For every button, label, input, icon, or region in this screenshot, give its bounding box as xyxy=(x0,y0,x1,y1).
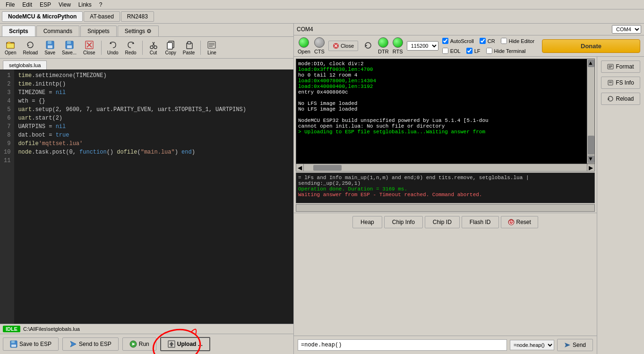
com-dropdown[interactable]: COM4 xyxy=(612,25,641,34)
terminal-scrollbar[interactable]: ▲ ▼ xyxy=(587,59,594,164)
file-tabs: setglobals.lua xyxy=(0,59,293,69)
scroll-right[interactable]: ▶ xyxy=(587,164,594,171)
send-esp-icon xyxy=(69,340,77,348)
upload-wrapper: Upload ... xyxy=(160,337,210,351)
cut-button[interactable]: Cut xyxy=(146,39,161,56)
scroll-left[interactable]: ◀ xyxy=(296,164,304,171)
open-control[interactable]: Open xyxy=(298,37,310,54)
tab-at-based[interactable]: AT-based xyxy=(84,11,120,22)
menu-file[interactable]: File xyxy=(2,0,18,9)
open-label: Open xyxy=(5,50,16,55)
status-path: C:\AllFiles\setglobals.lua xyxy=(23,326,80,332)
autoscroll-checkbox[interactable] xyxy=(442,38,448,44)
tab-settings[interactable]: Settings ⚙ xyxy=(118,26,159,36)
upper-terminal[interactable]: mode:DIO, clock div:2 load:0x3fff0030,le… xyxy=(296,59,587,164)
dtr-led xyxy=(378,37,388,48)
svg-rect-15 xyxy=(167,43,172,49)
send-button[interactable]: Send xyxy=(557,339,593,351)
tab-commands[interactable]: Commands xyxy=(36,26,79,36)
format-button[interactable]: Format xyxy=(601,60,640,73)
copy-button[interactable]: Copy xyxy=(163,39,178,56)
saveas-icon: ... xyxy=(64,40,75,50)
saveas-button[interactable]: ... Save... xyxy=(60,39,78,56)
cr-checkbox[interactable] xyxy=(480,38,486,44)
send-to-esp-button[interactable]: Send to ESP xyxy=(62,337,119,351)
close-label: Close xyxy=(83,50,95,55)
heap-button[interactable]: Heap xyxy=(352,216,382,228)
top-tabs-bar: NodeMCU & MicroPython AT-based RN2483 xyxy=(0,9,644,24)
terminal-area: mode:DIO, clock div:2 load:0x3fff0030,le… xyxy=(294,57,597,354)
menu-esp[interactable]: ESP xyxy=(36,0,55,9)
serial-toolbar: Open CTS Close DTR xyxy=(294,35,644,57)
menu-edit[interactable]: Edit xyxy=(18,0,36,9)
paste-button[interactable]: Paste xyxy=(181,39,197,56)
fs-info-button[interactable]: FS Info xyxy=(601,77,640,89)
lower-terminal[interactable]: = lFs and Info main_up(1,n,m) and end;0)… xyxy=(296,173,595,203)
h-scroll-track xyxy=(304,164,587,171)
chip-id-button[interactable]: Chip ID xyxy=(425,216,460,228)
eol-checkbox[interactable] xyxy=(442,48,448,54)
chip-info-button[interactable]: Chip Info xyxy=(384,216,423,228)
lower-scroll-track xyxy=(296,205,594,211)
status-badge: IDLE xyxy=(3,326,20,332)
redo-label: Redo xyxy=(125,50,137,55)
undo-label: Undo xyxy=(107,50,119,55)
donate-button[interactable]: Donate xyxy=(542,39,640,53)
chip-buttons: Heap Chip Info Chip ID Flash ID Reset xyxy=(294,213,597,231)
lf-checkbox[interactable] xyxy=(466,48,472,54)
toolbar-sep-1 xyxy=(101,41,102,55)
rts-led xyxy=(393,37,403,48)
menu-help[interactable]: ? xyxy=(95,0,106,9)
hide-editor-checkbox[interactable] xyxy=(501,38,507,44)
lower-hscrollbar xyxy=(296,204,595,212)
cts-control[interactable]: CTS xyxy=(314,37,325,54)
save-button[interactable]: Save xyxy=(43,39,57,56)
svg-rect-25 xyxy=(11,345,16,347)
run-icon xyxy=(129,340,137,348)
scroll-up[interactable]: ▲ xyxy=(588,60,594,67)
save-to-esp-button[interactable]: Save to ESP xyxy=(3,337,59,351)
tab-rn2483[interactable]: RN2483 xyxy=(121,11,154,22)
redo-button[interactable]: Redo xyxy=(123,39,138,56)
tab-nodemcu[interactable]: NodeMCU & MicroPython xyxy=(2,11,83,22)
left-panel: Scripts Commands Snippets Settings ⚙ Ope… xyxy=(0,24,294,354)
refresh-button[interactable] xyxy=(362,39,374,53)
run-button[interactable]: Run xyxy=(122,337,156,351)
menu-links[interactable]: Links xyxy=(75,0,95,9)
cr-label: CR xyxy=(488,38,495,44)
cmd-dropdown[interactable]: =node.heap() xyxy=(510,340,554,350)
rts-control[interactable]: RTS xyxy=(393,37,403,54)
line-button[interactable]: Line xyxy=(205,39,219,56)
baud-select[interactable]: 115200 9600 57600 xyxy=(407,41,438,51)
dtr-control[interactable]: DTR xyxy=(378,37,389,54)
tab-scripts[interactable]: Scripts xyxy=(2,26,35,36)
saveas-label: Save... xyxy=(62,50,77,55)
undo-button[interactable]: Undo xyxy=(105,39,120,56)
scroll-down[interactable]: ▼ xyxy=(588,155,594,163)
reset-button[interactable]: Reset xyxy=(501,216,538,228)
code-content[interactable]: time.settimezone(TIMEZONE) time.initntp(… xyxy=(14,69,293,324)
hide-terminal-checkbox[interactable] xyxy=(486,48,492,54)
lf-label: LF xyxy=(474,48,481,54)
flash-id-button[interactable]: Flash ID xyxy=(462,216,499,228)
reload-label: Reload xyxy=(23,50,38,55)
open-button[interactable]: Open xyxy=(3,39,18,56)
term-line-0: mode:DIO, clock div:2 xyxy=(298,61,585,67)
toolbar-sep-2 xyxy=(142,41,143,55)
line-label: Line xyxy=(207,50,216,55)
scroll-thumb[interactable] xyxy=(588,136,594,155)
reload-button[interactable]: Reload xyxy=(21,39,40,56)
h-scrollbar[interactable]: ◀ ▶ xyxy=(296,164,595,172)
upload-button[interactable]: Upload ... xyxy=(160,337,210,351)
close-button[interactable]: Close xyxy=(328,41,358,51)
menu-view[interactable]: View xyxy=(55,0,75,9)
code-editor[interactable]: 12345 678910 11 time.settimezone(TIMEZON… xyxy=(0,69,293,324)
open-icon xyxy=(5,40,16,50)
tab-snippets[interactable]: Snippets xyxy=(80,26,117,36)
cmd-input[interactable] xyxy=(298,339,507,351)
close-button[interactable]: Close xyxy=(81,39,97,56)
reload-side-button[interactable]: Reload xyxy=(601,93,640,105)
main-right: mode:DIO, clock div:2 load:0x3fff0030,le… xyxy=(294,57,644,354)
dtr-label: DTR xyxy=(378,49,389,54)
file-tab-active[interactable]: setglobals.lua xyxy=(3,60,47,69)
